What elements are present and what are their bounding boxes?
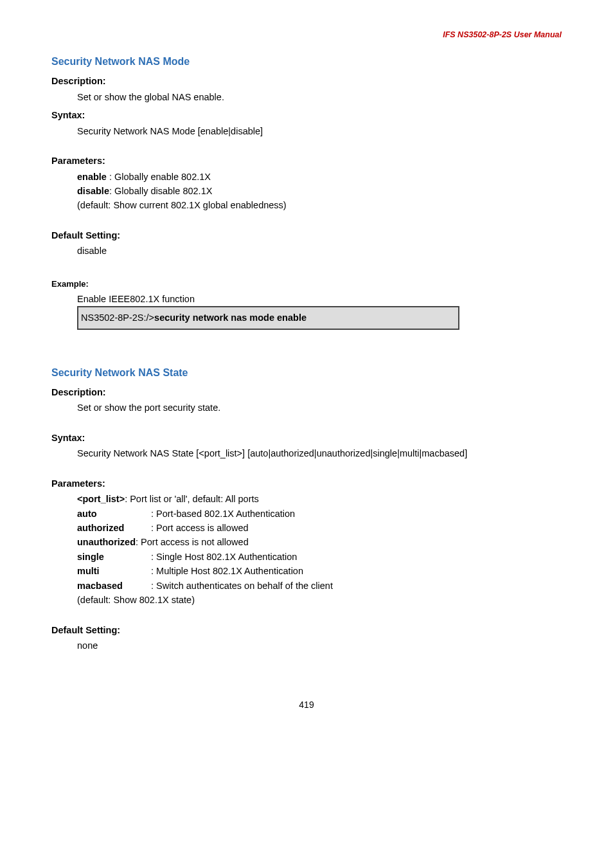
param-disable: disable: Globally disable 802.1X [77,184,562,198]
param-single-text: : Single Host 802.1X Authentication [151,550,297,564]
code-prompt: NS3502-8P-2S:/> [81,312,154,323]
param-auto-text: : Port-based 802.1X Authentication [151,507,295,521]
param-unauthorized-key: unauthorized [77,537,136,547]
param-auto: auto : Port-based 802.1X Authentication [77,507,562,521]
default-setting-label: Default Setting: [51,623,562,637]
page-number: 419 [51,698,562,712]
param-macbased-key: macbased [77,579,151,593]
param-single-key: single [77,550,151,564]
param-multi: multi : Multiple Host 802.1X Authenticat… [77,564,562,578]
param-authorized-key: authorized [77,521,151,535]
param-portlist-key: <port_list> [77,494,125,504]
param-default-note: (default: Show current 802.1X global ena… [77,198,562,212]
default-setting-label: Default Setting: [51,228,562,242]
param-macbased: macbased : Switch authenticates on behal… [77,579,562,593]
param-macbased-text: : Switch authenticates on behalf of the … [151,579,333,593]
param-disable-key: disable [77,186,109,196]
param-authorized: authorized : Port access is allowed [77,521,562,535]
param-multi-key: multi [77,564,151,578]
description-text: Set or show the port security state. [77,401,562,415]
default-setting-value: disable [77,244,562,258]
param-single: single : Single Host 802.1X Authenticati… [77,550,562,564]
code-command: security network nas mode enable [154,312,306,323]
description-text: Set or show the global NAS enable. [77,90,562,104]
example-label: Example: [51,278,562,291]
syntax-label: Syntax: [51,431,562,445]
section-title-nas-state: Security Network NAS State [51,365,562,381]
description-label: Description: [51,385,562,399]
param-unauthorized: unauthorized: Port access is not allowed [77,535,562,549]
param-authorized-text: : Port access is allowed [151,521,249,535]
param-portlist-text: : Port list or 'all', default: All ports [125,494,259,504]
syntax-text: Security Network NAS Mode [enable|disabl… [77,124,562,138]
example-text: Enable IEEE802.1X function [77,292,562,306]
syntax-label: Syntax: [51,108,562,122]
section-title-nas-mode: Security Network NAS Mode [51,54,562,70]
param-disable-text: : Globally disable 802.1X [109,186,212,196]
parameters-label: Parameters: [51,154,562,168]
default-setting-value: none [77,638,562,653]
param-auto-key: auto [77,507,151,521]
param-enable-key: enable [77,172,107,182]
param-enable-text: : Globally enable 802.1X [107,172,211,182]
param-unauthorized-text: : Port access is not allowed [136,537,249,547]
parameters-label: Parameters: [51,476,562,491]
param-portlist: <port_list>: Port list or 'all', default… [77,492,562,506]
param-multi-text: : Multiple Host 802.1X Authentication [151,564,303,578]
syntax-text: Security Network NAS State [<port_list>]… [77,446,562,460]
manual-header: IFS NS3502-8P-2S User Manual [51,29,562,41]
description-label: Description: [51,74,562,88]
param-enable: enable : Globally enable 802.1X [77,170,562,184]
param-default-note: (default: Show 802.1X state) [77,593,562,607]
code-box: NS3502-8P-2S:/>security network nas mode… [77,306,459,329]
